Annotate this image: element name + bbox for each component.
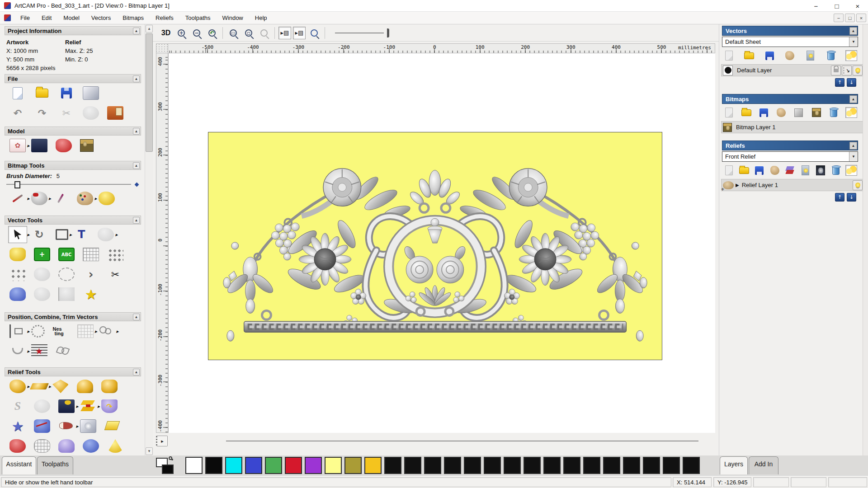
fit-arc-icon[interactable] <box>58 267 75 281</box>
sculpt-relief-icon[interactable] <box>83 439 99 453</box>
text-in-box-icon[interactable]: ABC <box>58 248 75 261</box>
move-relief-down-button[interactable]: ↓ <box>847 193 856 202</box>
zoom-previous-button[interactable]: ↶ <box>205 27 219 39</box>
save-relief-layer-icon[interactable] <box>754 165 765 176</box>
tab-addin[interactable]: Add In <box>749 456 778 474</box>
slider-track[interactable] <box>6 184 131 185</box>
flyout-arrow-icon[interactable]: ▸ <box>27 143 30 149</box>
wrap-relief-icon[interactable] <box>34 419 50 433</box>
mirror-vectors-icon[interactable] <box>58 287 75 301</box>
model-artwork[interactable] <box>208 132 662 360</box>
open-relief-layer-icon[interactable] <box>738 165 750 176</box>
menu-item[interactable]: File <box>14 12 36 24</box>
palette-swatch[interactable] <box>344 457 362 474</box>
add-dome-icon[interactable] <box>58 439 75 453</box>
flyout-arrow-icon[interactable]: ▸ <box>27 384 30 389</box>
palette-swatch[interactable] <box>683 457 700 474</box>
vector-sheet-select[interactable]: Default Sheet ▼ <box>722 37 858 47</box>
tab-assistant[interactable]: Assistant <box>2 456 36 474</box>
smooth-relief-icon[interactable] <box>9 439 26 453</box>
flyout-arrow-icon[interactable]: ▸ <box>116 328 119 334</box>
palette-swatch[interactable] <box>504 457 521 474</box>
basket-weave-icon[interactable] <box>34 439 50 453</box>
toggle-relief-visibility-icon[interactable] <box>799 165 811 176</box>
palette-swatch[interactable] <box>185 457 203 474</box>
flyout-arrow-icon[interactable]: ▸ <box>95 328 98 334</box>
flyout-arrow-icon[interactable]: ▸ <box>115 232 118 238</box>
palette-swatch[interactable] <box>305 457 322 474</box>
texture-relief-icon[interactable]: ★ <box>9 419 26 433</box>
copy-icon[interactable] <box>83 106 99 120</box>
collapse-section-button[interactable]: ▲ <box>133 369 140 375</box>
close-button[interactable]: × <box>847 0 868 12</box>
palette-swatch[interactable] <box>583 457 600 474</box>
menu-item[interactable]: Edit <box>36 12 57 24</box>
flyout-arrow-icon[interactable]: ▸ <box>70 232 72 238</box>
flyout-arrow-icon[interactable]: ▸ <box>76 404 79 409</box>
clear-bitmap-layer-icon[interactable] <box>793 107 805 118</box>
scroll-up-button[interactable]: ▲ <box>146 25 153 33</box>
collapse-section-button[interactable]: ▲ <box>133 314 140 320</box>
palette-swatch[interactable] <box>643 457 660 474</box>
vector-layer-row[interactable]: Default Layer ↘ <box>721 64 864 76</box>
collapse-bitmaps-button[interactable]: ▲ <box>849 95 857 103</box>
contrast-slider-handle[interactable] <box>387 28 389 38</box>
weave-wizard-icon[interactable] <box>34 399 50 413</box>
bitmap-preview-icon[interactable] <box>811 107 822 118</box>
menu-item[interactable]: Toolpaths <box>179 12 217 24</box>
block-copy-icon[interactable] <box>77 324 94 338</box>
isolate-relief-icon[interactable] <box>80 399 96 413</box>
new-relief-layer-icon[interactable] <box>723 165 735 176</box>
flyout-arrow-icon[interactable]: ▸ <box>27 348 30 354</box>
relief-layer-name[interactable]: Relief Layer 1 <box>742 182 852 188</box>
snap-grid-icon[interactable]: + <box>34 248 50 261</box>
open-model-icon[interactable] <box>36 89 48 98</box>
palette-swatch[interactable] <box>285 457 302 474</box>
tab-toolpaths[interactable]: Toolpaths <box>37 456 73 474</box>
palette-swatch[interactable] <box>563 457 580 474</box>
slider-handle[interactable] <box>14 181 20 188</box>
palette-swatch[interactable] <box>205 457 222 474</box>
create-dome-icon[interactable] <box>9 287 26 301</box>
preview-relief-button[interactable] <box>307 27 321 39</box>
delete-vector-layer-icon[interactable] <box>825 50 837 61</box>
layer-colour-swatch[interactable] <box>723 66 733 75</box>
extrude-relief-icon[interactable] <box>101 380 118 393</box>
relief-stack-icon[interactable] <box>784 165 796 176</box>
palette-swatch[interactable] <box>603 457 620 474</box>
palette-swatch[interactable] <box>444 457 461 474</box>
restore-button[interactable]: □ <box>826 0 847 12</box>
lighting-icon[interactable] <box>56 139 72 152</box>
menu-item[interactable]: Vectors <box>85 12 117 24</box>
turn-relief-icon[interactable] <box>77 380 93 393</box>
menu-item[interactable]: Help <box>249 12 273 24</box>
assistant-scrollbar[interactable]: ▲ ▼ <box>145 24 153 455</box>
texture-fill-icon[interactable] <box>99 192 115 205</box>
create-plane-icon[interactable] <box>29 383 48 389</box>
zoom-out-button[interactable]: − <box>190 27 203 39</box>
distort-grid-icon[interactable] <box>83 248 99 261</box>
interlocking-vectors-icon[interactable] <box>56 344 72 358</box>
relief-envelope-icon[interactable]: ↷ <box>101 399 118 413</box>
new-model-icon[interactable] <box>13 87 23 99</box>
palette-swatch[interactable] <box>484 457 501 474</box>
3d-view-button[interactable]: 3D <box>159 27 173 39</box>
layers-panel-scrollbar[interactable] <box>863 24 868 455</box>
save-bitmap-layer-icon[interactable] <box>758 107 769 118</box>
flyout-arrow-icon[interactable]: ▸ <box>27 232 30 238</box>
palette-swatch[interactable] <box>543 457 561 474</box>
link-colours-icon[interactable] <box>169 456 172 460</box>
new-bitmap-layer-icon[interactable] <box>723 107 735 118</box>
palette-swatch[interactable] <box>623 457 640 474</box>
text-on-curve-icon[interactable] <box>31 325 45 338</box>
sharp-corner-icon[interactable]: › <box>83 267 99 281</box>
relief-visibility-button[interactable] <box>853 180 863 190</box>
greyscale-preview-icon[interactable] <box>815 165 826 176</box>
set-model-size-icon[interactable]: ✿ <box>9 139 26 152</box>
load-bitmap-icon[interactable] <box>80 139 94 152</box>
nesting-icon[interactable]: Nesting <box>53 324 69 338</box>
merge-bitmap-layers-icon[interactable] <box>775 107 787 118</box>
palette-swatch[interactable] <box>325 457 342 474</box>
mdi-restore-button[interactable]: □ <box>845 14 855 22</box>
cut-icon[interactable]: ✂ <box>58 106 75 120</box>
